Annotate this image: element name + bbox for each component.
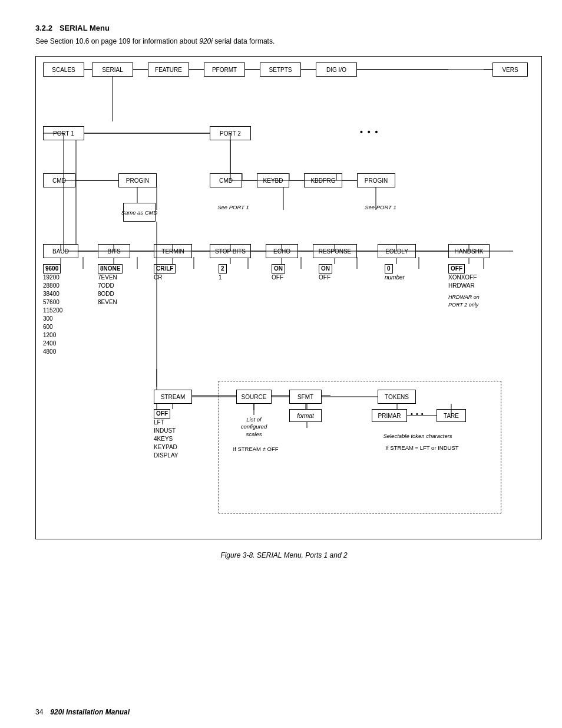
section-description: See Section 10.6 on page 109 for informa… bbox=[35, 37, 533, 45]
section-number: 3.2.2 bbox=[35, 24, 52, 32]
label-selectable-token: Selectable token characters bbox=[371, 433, 465, 439]
box-same-as-cmd: Same as CMD bbox=[123, 203, 156, 222]
eoldly-values: 0 number bbox=[385, 264, 405, 282]
label-see-port1-cmd2: See PORT 1 bbox=[210, 204, 257, 210]
box-primar: PRIMAR bbox=[372, 409, 407, 422]
box-progin1: PROGIN bbox=[118, 173, 157, 187]
box-bits: BITS bbox=[98, 244, 130, 258]
box-termin: TERMIN bbox=[154, 244, 192, 258]
box-pformt: PFORMT bbox=[204, 62, 245, 77]
label-see-port1-progin2: See PORT 1 bbox=[357, 204, 404, 210]
box-stopbits: STOP BITS bbox=[210, 244, 251, 258]
box-tokens: TOKENS bbox=[378, 390, 416, 404]
box-tare: TARE bbox=[437, 409, 466, 422]
box-setpts: SETPTS bbox=[260, 62, 301, 77]
box-feature: FEATURE bbox=[148, 62, 189, 77]
box-progin2: PROGIN bbox=[357, 173, 395, 187]
box-cmd2: CMD bbox=[210, 173, 242, 187]
box-keybd: KEYBD bbox=[257, 173, 289, 187]
baud-values: 9600 19200 28800 38400 57600 115200 300 … bbox=[43, 264, 62, 356]
box-scales: SCALES bbox=[43, 62, 84, 77]
label-stream-lft: If STREAM = LFT or INDUST bbox=[371, 444, 474, 451]
response-values: ON OFF bbox=[319, 264, 332, 282]
box-handshk: HANDSHK bbox=[448, 244, 490, 258]
box-port1: PORT 1 bbox=[43, 126, 84, 140]
stream-values: OFF LFT INDUST 4KEYS KEYPAD DISPLAY bbox=[154, 409, 178, 460]
box-eoldly: EOLDLY bbox=[378, 244, 416, 258]
box-serial: SERIAL bbox=[92, 62, 133, 77]
box-response: RESPONSE bbox=[313, 244, 357, 258]
label-source-list: List ofconfiguredscales bbox=[227, 416, 280, 438]
section-header: 3.2.2 SERIAL Menu bbox=[35, 24, 533, 32]
ellipsis-tokens: • • • bbox=[411, 410, 424, 417]
box-sfmt: SFMT bbox=[289, 390, 322, 404]
page: 3.2.2 SERIAL Menu See Section 10.6 on pa… bbox=[0, 0, 562, 728]
handshk-values: OFF XONXOFF HRDWAR HRDWAR onPORT 2 only bbox=[448, 264, 480, 308]
box-baud: BAUD bbox=[43, 244, 78, 258]
termin-values: CR/LF CR bbox=[154, 264, 176, 282]
bits-values: 8NONE 7EVEN 7ODD 8ODD 8EVEN bbox=[98, 264, 123, 307]
box-cmd1: CMD bbox=[43, 173, 75, 187]
section-title: SERIAL Menu bbox=[59, 24, 110, 32]
box-stream: STREAM bbox=[154, 390, 192, 404]
box-format: format bbox=[289, 409, 322, 422]
box-port2: PORT 2 bbox=[210, 126, 251, 140]
serial-menu-diagram: SCALES SERIAL FEATURE PFORMT SETPTS DIG … bbox=[35, 56, 542, 539]
footer-page: 34 bbox=[35, 708, 43, 716]
box-source: SOURCE bbox=[236, 390, 272, 404]
footer: 34 920i Installation Manual bbox=[35, 708, 130, 716]
box-echo: ECHO bbox=[266, 244, 298, 258]
figure-caption: Figure 3-8. SERIAL Menu, Ports 1 and 2 bbox=[35, 551, 533, 559]
box-digio: DIG I/O bbox=[316, 62, 357, 77]
footer-title: 920i Installation Manual bbox=[50, 708, 130, 716]
label-stream-neq-off: If STREAM ≠ OFF bbox=[223, 446, 288, 452]
box-kbdprg: KBDPRG bbox=[304, 173, 342, 187]
ellipsis-ports: • • • bbox=[360, 127, 379, 137]
box-vers: VERS bbox=[492, 62, 528, 77]
echo-values: ON OFF bbox=[272, 264, 285, 282]
stopbits-values: 2 1 bbox=[219, 264, 227, 282]
